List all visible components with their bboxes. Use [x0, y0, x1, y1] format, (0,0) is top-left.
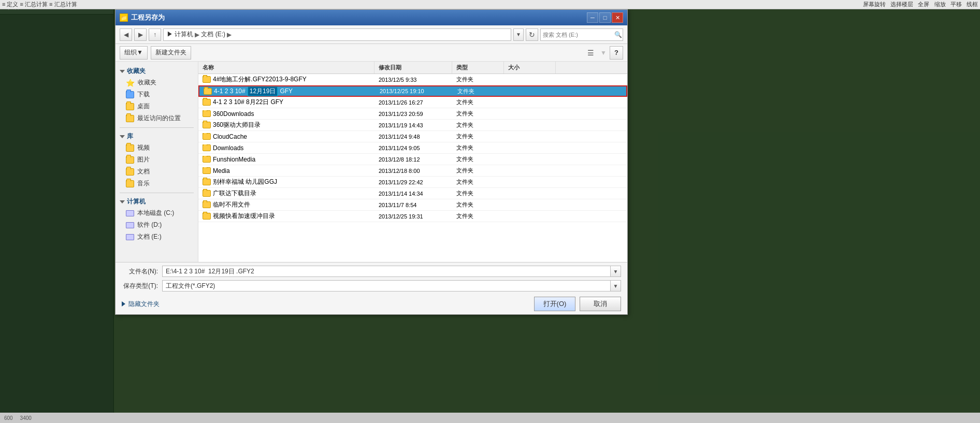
file-list[interactable]: 4#地施工分解.GFY22013-9-8GFY 2013/12/5 9:33 文… — [198, 74, 627, 262]
file-cell-date-3: 2013/11/23 20:59 — [376, 111, 453, 117]
help-button[interactable]: ? — [610, 46, 623, 60]
file-name-0: 4#地施工分解.GFY22013-9-8GFY — [213, 75, 307, 84]
folder-icon-4 — [203, 122, 211, 128]
file-cell-name: Media — [199, 167, 376, 174]
file-row[interactable]: 360驱动大师目录 2013/11/19 14:43 文件夹 — [198, 120, 627, 131]
refresh-button[interactable]: ↻ — [526, 28, 538, 41]
organize-button[interactable]: 组织▼ — [120, 46, 148, 60]
address-path[interactable]: ▶ 计算机 ▶ 文档 (E:) ▶ — [163, 28, 511, 41]
file-cell-name: 4-1 2 3 10# 8月22日 GFY — [199, 98, 376, 107]
sidebar-divider-2 — [120, 193, 194, 193]
library-label: 库 — [127, 132, 133, 141]
library-header[interactable]: 库 — [118, 131, 196, 142]
folder-icon-12 — [203, 213, 211, 220]
file-name-3: 360Downloads — [213, 110, 254, 118]
filetype-input-wrapper: ▼ — [162, 280, 621, 291]
col-header-size[interactable]: 大小 — [504, 62, 556, 74]
search-icon[interactable]: 🔍 — [614, 30, 622, 40]
search-input[interactable] — [543, 32, 614, 38]
file-name-6: Downloads — [213, 144, 243, 152]
file-row[interactable]: 临时不用文件 2013/11/7 8:54 文件夹 — [198, 199, 627, 211]
file-row[interactable]: CloudCache 2013/11/24 9:48 文件夹 — [198, 131, 627, 142]
col-header-name[interactable]: 名称 — [198, 62, 374, 74]
file-cell-date-11: 2013/11/7 8:54 — [376, 202, 453, 208]
dialog-title: 工程另存为 — [131, 13, 165, 22]
file-row[interactable]: FunshionMedia 2013/12/8 18:12 文件夹 — [198, 154, 627, 165]
file-cell-type-0: 文件夹 — [453, 76, 505, 83]
up-button[interactable]: ↑ — [149, 28, 161, 41]
view-toggle-button[interactable]: ☰ — [584, 46, 597, 60]
col-header-type[interactable]: 类型 — [452, 62, 504, 74]
filename-input[interactable] — [162, 266, 611, 277]
file-cell-date-10: 2013/11/14 14:34 — [376, 191, 453, 197]
sidebar-item-desktop[interactable]: 桌面 — [118, 100, 196, 112]
file-row[interactable]: 广联达下载目录 2013/11/14 14:34 文件夹 — [198, 188, 627, 199]
search-box[interactable]: 🔍 — [540, 28, 623, 41]
sidebar-item-music[interactable]: 音乐 — [118, 178, 196, 189]
buttons-row: 隐藏文件夹 打开(O) 取消 — [122, 297, 621, 311]
filetype-input[interactable] — [162, 280, 611, 291]
address-dropdown-button[interactable]: ▼ — [513, 28, 524, 41]
sidebar-item-drive-e[interactable]: 文档 (E:) — [118, 231, 196, 243]
sidebar-item-desktop-label: 桌面 — [137, 102, 150, 111]
folder-icon-10 — [203, 190, 211, 197]
sidebar-item-recent[interactable]: 最近访问的位置 — [118, 112, 196, 124]
close-button[interactable]: ✕ — [612, 12, 623, 23]
file-cell-name: 360Downloads — [199, 110, 376, 118]
library-triangle — [120, 135, 125, 138]
file-row[interactable]: Media 2013/12/18 8:00 文件夹 — [198, 165, 627, 177]
file-cell-type-4: 文件夹 — [453, 121, 505, 129]
computer-header[interactable]: 计算机 — [118, 196, 196, 207]
folder-icon-6 — [203, 144, 211, 151]
pictures-folder-icon — [126, 156, 134, 164]
address-bar: ◀ ▶ ↑ ▶ 计算机 ▶ 文档 (E:) ▶ ▼ ↻ 🔍 — [116, 25, 627, 44]
file-toolbar: 组织▼ 新建文件夹 ☰ ▼ ? — [116, 44, 627, 62]
view-separator: ▼ — [600, 49, 607, 56]
file-cell-name-selected: 4-1 2 3 10# 12月19日 GFY — [200, 86, 377, 96]
file-row-selected[interactable]: 4-1 2 3 10# 12月19日 GFY 2013/12/25 19:10 … — [198, 85, 627, 97]
docs-folder-icon — [126, 168, 134, 176]
file-cell-name: FunshionMedia — [199, 156, 376, 163]
maximize-button[interactable]: □ — [599, 12, 611, 23]
folder-icon-3 — [203, 110, 211, 117]
filename-dropdown-button[interactable]: ▼ — [611, 266, 621, 277]
file-row[interactable]: 4#地施工分解.GFY22013-9-8GFY 2013/12/5 9:33 文… — [198, 74, 627, 85]
col-header-date[interactable]: 修改日期 — [374, 62, 452, 74]
file-cell-name: 广联达下载目录 — [199, 189, 376, 198]
app-menu: ≡ 定义 ≡ 汇总计算 ≡ 汇总计算 — [2, 1, 117, 8]
folder-icon-8 — [203, 167, 211, 174]
address-path-drive: 文档 (E:) — [201, 30, 225, 39]
back-button[interactable]: ◀ — [120, 28, 132, 41]
file-row[interactable]: 4-1 2 3 10# 8月22日 GFY 2013/11/26 16:27 文… — [198, 97, 627, 108]
sidebar-item-docs[interactable]: 文档 — [118, 166, 196, 178]
file-row[interactable]: Downloads 2013/11/24 9:05 文件夹 — [198, 142, 627, 154]
sidebar-item-drive-d[interactable]: 软件 (D:) — [118, 219, 196, 231]
folder-icon-11 — [203, 201, 211, 208]
filetype-dropdown-button[interactable]: ▼ — [611, 280, 621, 291]
file-list-container: 名称 修改日期 类型 大小 4#地施工分解.GFY22013-9-8GFY 20… — [198, 62, 627, 262]
sidebar-item-video-label: 视频 — [137, 143, 150, 152]
file-name-10: 广联达下载目录 — [213, 189, 256, 198]
minimize-button[interactable]: ─ — [587, 12, 598, 23]
sidebar-item-video[interactable]: 视频 — [118, 142, 196, 154]
library-section: 库 视频 图片 文档 音乐 — [118, 131, 196, 189]
file-row[interactable]: 别样幸福城 幼儿园GGJ 2013/11/29 22:42 文件夹 — [198, 177, 627, 188]
file-name-2: 4-1 2 3 10# 8月22日 GFY — [213, 98, 283, 107]
favorites-header[interactable]: 收藏夹 — [118, 66, 196, 77]
hide-folder-button[interactable]: 隐藏文件夹 — [122, 300, 160, 309]
bottom-ruler: 600 3400 — [0, 413, 980, 423]
open-button[interactable]: 打开(O) — [534, 297, 575, 311]
sidebar-item-favorites-root[interactable]: ⭐ 收藏夹 — [118, 77, 196, 89]
file-cell-date-selected: 2013/12/25 19:10 — [377, 88, 454, 94]
app-toolbar: ≡ 定义 ≡ 汇总计算 ≡ 汇总计算 屏幕旋转 选择楼层 全屏 缩放 平移 线框 — [0, 0, 980, 9]
file-name-edit-box[interactable]: 12月19日 — [248, 86, 278, 96]
cancel-button[interactable]: 取消 — [580, 297, 621, 311]
new-folder-button[interactable]: 新建文件夹 — [151, 46, 191, 60]
file-row[interactable]: 视频快看加速缓冲目录 2013/12/25 19:31 文件夹 — [198, 211, 627, 222]
sidebar-item-pictures[interactable]: 图片 — [118, 154, 196, 166]
favorites-section: 收藏夹 ⭐ 收藏夹 下载 桌面 最近访问的位置 — [118, 66, 196, 124]
sidebar-item-downloads[interactable]: 下载 — [118, 89, 196, 100]
sidebar-item-drive-c[interactable]: 本地磁盘 (C:) — [118, 207, 196, 219]
file-row[interactable]: 360Downloads 2013/11/23 20:59 文件夹 — [198, 108, 627, 120]
forward-button[interactable]: ▶ — [134, 28, 147, 41]
